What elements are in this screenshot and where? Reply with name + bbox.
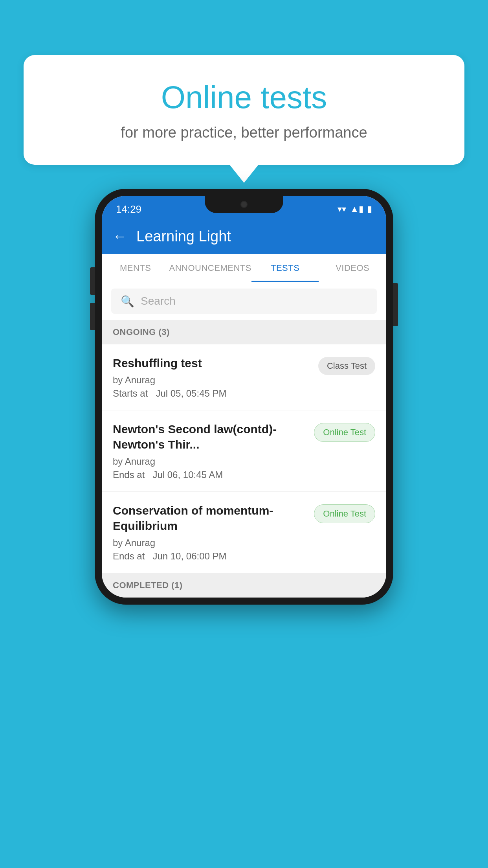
back-button[interactable]: ← [113, 228, 127, 245]
online-test-badge: Online Test [314, 504, 375, 523]
camera-dot [240, 201, 248, 208]
test-time: Ends at Jul 06, 10:45 AM [113, 469, 306, 480]
volume-buttons [90, 267, 95, 338]
tab-tests[interactable]: TESTS [251, 254, 319, 282]
status-time: 14:29 [116, 203, 141, 215]
test-list: Reshuffling test by Anurag Starts at Jul… [102, 344, 386, 573]
battery-icon: ▮ [367, 204, 372, 214]
phone-screen: 14:29 ▾▾ ▲▮ ▮ ← Learning Light MENTS ANN… [102, 196, 386, 598]
phone-mockup: 14:29 ▾▾ ▲▮ ▮ ← Learning Light MENTS ANN… [95, 189, 393, 605]
test-author: by Anurag [113, 456, 306, 467]
test-info: Reshuffling test by Anurag Starts at Jul… [113, 355, 318, 399]
status-icons: ▾▾ ▲▮ ▮ [338, 204, 372, 214]
class-test-badge: Class Test [318, 357, 375, 375]
tab-videos[interactable]: VIDEOS [319, 254, 386, 282]
test-name: Newton's Second law(contd)-Newton's Thir… [113, 421, 306, 452]
search-icon: 🔍 [121, 295, 134, 308]
phone-frame: 14:29 ▾▾ ▲▮ ▮ ← Learning Light MENTS ANN… [95, 189, 393, 605]
app-bar-title: Learning Light [136, 228, 231, 245]
phone-notch [205, 196, 283, 213]
search-placeholder: Search [141, 295, 176, 307]
test-name: Conservation of momentum-Equilibrium [113, 503, 306, 533]
online-test-badge: Online Test [314, 423, 375, 442]
test-time: Ends at Jun 10, 06:00 PM [113, 551, 306, 562]
test-info: Newton's Second law(contd)-Newton's Thir… [113, 421, 314, 480]
test-info: Conservation of momentum-Equilibrium by … [113, 503, 314, 562]
bubble-subtitle: for more practice, better performance [55, 124, 433, 141]
test-item[interactable]: Reshuffling test by Anurag Starts at Jul… [102, 344, 386, 410]
app-bar: ← Learning Light [102, 219, 386, 254]
test-author: by Anurag [113, 375, 310, 386]
signal-icon: ▲▮ [350, 204, 363, 214]
completed-section-header: COMPLETED (1) [102, 573, 386, 598]
test-item[interactable]: Conservation of momentum-Equilibrium by … [102, 492, 386, 573]
volume-up-button [90, 267, 95, 295]
tab-announcements[interactable]: ANNOUNCEMENTS [169, 254, 251, 282]
test-item[interactable]: Newton's Second law(contd)-Newton's Thir… [102, 410, 386, 492]
test-author: by Anurag [113, 537, 306, 548]
search-container: 🔍 Search [102, 282, 386, 320]
wifi-icon: ▾▾ [338, 204, 346, 214]
power-button [393, 283, 398, 326]
promo-banner: Online tests for more practice, better p… [24, 55, 464, 165]
speech-bubble: Online tests for more practice, better p… [24, 55, 464, 165]
search-input[interactable]: 🔍 Search [111, 289, 377, 314]
test-name: Reshuffling test [113, 355, 310, 371]
tab-ments[interactable]: MENTS [102, 254, 169, 282]
volume-down-button [90, 303, 95, 330]
ongoing-section-header: ONGOING (3) [102, 320, 386, 344]
test-time: Starts at Jul 05, 05:45 PM [113, 388, 310, 399]
tab-bar: MENTS ANNOUNCEMENTS TESTS VIDEOS [102, 254, 386, 282]
bubble-title: Online tests [55, 79, 433, 116]
